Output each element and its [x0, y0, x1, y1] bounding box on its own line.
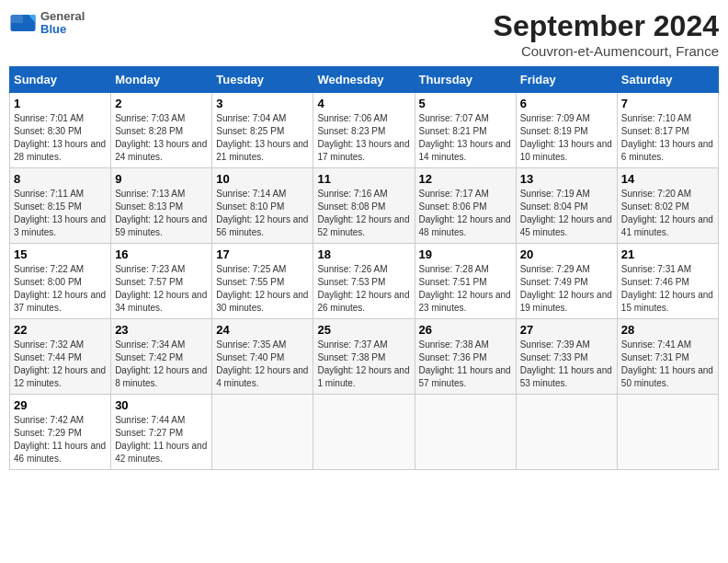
day-info: Sunrise: 7:07 AM Sunset: 8:21 PM Dayligh…: [419, 112, 512, 164]
calendar-day-cell: 9Sunrise: 7:13 AM Sunset: 8:13 PM Daylig…: [111, 168, 212, 244]
day-info: Sunrise: 7:34 AM Sunset: 7:42 PM Dayligh…: [115, 339, 208, 390]
day-info: Sunrise: 7:44 AM Sunset: 7:27 PM Dayligh…: [115, 414, 208, 465]
day-number: 4: [317, 97, 410, 110]
day-number: 3: [216, 97, 309, 110]
day-number: 22: [14, 323, 107, 337]
day-number: 18: [317, 247, 410, 261]
day-info: Sunrise: 7:39 AM Sunset: 7:33 PM Dayligh…: [520, 339, 613, 390]
day-number: 10: [216, 172, 309, 186]
calendar-day-cell: 26Sunrise: 7:38 AM Sunset: 7:36 PM Dayli…: [415, 319, 516, 395]
day-of-week-header: Wednesday: [313, 67, 415, 93]
day-number: 14: [621, 172, 714, 186]
calendar-week-row: 15Sunrise: 7:22 AM Sunset: 8:00 PM Dayli…: [10, 244, 719, 319]
day-number: 6: [520, 97, 613, 110]
calendar-day-cell: 30Sunrise: 7:44 AM Sunset: 7:27 PM Dayli…: [111, 395, 212, 470]
calendar-title: September 2024: [494, 9, 719, 43]
day-info: Sunrise: 7:29 AM Sunset: 7:49 PM Dayligh…: [520, 263, 613, 315]
day-info: Sunrise: 7:14 AM Sunset: 8:10 PM Dayligh…: [216, 188, 309, 239]
calendar-day-cell: 1Sunrise: 7:01 AM Sunset: 8:30 PM Daylig…: [10, 93, 111, 168]
day-info: Sunrise: 7:16 AM Sunset: 8:08 PM Dayligh…: [317, 188, 410, 239]
calendar-header-row: SundayMondayTuesdayWednesdayThursdayFrid…: [10, 67, 719, 93]
calendar-day-cell: 23Sunrise: 7:34 AM Sunset: 7:42 PM Dayli…: [111, 319, 212, 395]
day-number: 24: [216, 323, 309, 337]
day-number: 13: [520, 172, 613, 186]
day-info: Sunrise: 7:10 AM Sunset: 8:17 PM Dayligh…: [621, 112, 714, 164]
logo-text: General Blue: [40, 10, 85, 37]
day-info: Sunrise: 7:22 AM Sunset: 8:00 PM Dayligh…: [14, 263, 107, 315]
day-info: Sunrise: 7:41 AM Sunset: 7:31 PM Dayligh…: [621, 339, 714, 390]
calendar-day-cell: 2Sunrise: 7:03 AM Sunset: 8:28 PM Daylig…: [111, 93, 212, 168]
day-of-week-header: Sunday: [10, 67, 111, 93]
calendar-day-cell: 29Sunrise: 7:42 AM Sunset: 7:29 PM Dayli…: [10, 395, 111, 470]
day-of-week-header: Friday: [516, 67, 617, 93]
day-number: 16: [115, 247, 208, 261]
calendar-day-cell: [516, 395, 617, 470]
day-info: Sunrise: 7:26 AM Sunset: 7:53 PM Dayligh…: [317, 263, 410, 315]
day-info: Sunrise: 7:25 AM Sunset: 7:55 PM Dayligh…: [216, 263, 309, 315]
day-number: 19: [419, 247, 512, 261]
day-number: 1: [14, 97, 107, 110]
calendar-day-cell: [415, 395, 516, 470]
calendar-day-cell: 24Sunrise: 7:35 AM Sunset: 7:40 PM Dayli…: [212, 319, 313, 395]
day-number: 15: [14, 247, 107, 261]
day-number: 20: [520, 247, 613, 261]
day-info: Sunrise: 7:09 AM Sunset: 8:19 PM Dayligh…: [520, 112, 613, 164]
calendar-day-cell: 21Sunrise: 7:31 AM Sunset: 7:46 PM Dayli…: [617, 244, 718, 319]
calendar-week-row: 29Sunrise: 7:42 AM Sunset: 7:29 PM Dayli…: [10, 395, 719, 470]
day-number: 29: [14, 398, 107, 412]
calendar-day-cell: 10Sunrise: 7:14 AM Sunset: 8:10 PM Dayli…: [212, 168, 313, 244]
day-info: Sunrise: 7:38 AM Sunset: 7:36 PM Dayligh…: [419, 339, 512, 390]
calendar-day-cell: 5Sunrise: 7:07 AM Sunset: 8:21 PM Daylig…: [415, 93, 516, 168]
day-number: 9: [115, 172, 208, 186]
calendar-day-cell: 4Sunrise: 7:06 AM Sunset: 8:23 PM Daylig…: [313, 93, 415, 168]
day-number: 17: [216, 247, 309, 261]
calendar-subtitle: Couvron-et-Aumencourt, France: [494, 43, 719, 59]
day-info: Sunrise: 7:11 AM Sunset: 8:15 PM Dayligh…: [14, 188, 107, 239]
calendar-day-cell: 7Sunrise: 7:10 AM Sunset: 8:17 PM Daylig…: [617, 93, 718, 168]
calendar-day-cell: 20Sunrise: 7:29 AM Sunset: 7:49 PM Dayli…: [516, 244, 617, 319]
day-number: 25: [317, 323, 410, 337]
day-of-week-header: Saturday: [617, 67, 718, 93]
day-number: 8: [14, 172, 107, 186]
calendar-week-row: 22Sunrise: 7:32 AM Sunset: 7:44 PM Dayli…: [10, 319, 719, 395]
day-info: Sunrise: 7:01 AM Sunset: 8:30 PM Dayligh…: [14, 112, 107, 164]
calendar-day-cell: [617, 395, 718, 470]
day-number: 23: [115, 323, 208, 337]
day-info: Sunrise: 7:19 AM Sunset: 8:04 PM Dayligh…: [520, 188, 613, 239]
day-number: 12: [419, 172, 512, 186]
logo-icon: [9, 9, 37, 37]
day-info: Sunrise: 7:37 AM Sunset: 7:38 PM Dayligh…: [317, 339, 410, 390]
logo-general: General: [40, 10, 85, 23]
calendar-day-cell: 16Sunrise: 7:23 AM Sunset: 7:57 PM Dayli…: [111, 244, 212, 319]
calendar-day-cell: 14Sunrise: 7:20 AM Sunset: 8:02 PM Dayli…: [617, 168, 718, 244]
day-info: Sunrise: 7:28 AM Sunset: 7:51 PM Dayligh…: [419, 263, 512, 315]
calendar-day-cell: 3Sunrise: 7:04 AM Sunset: 8:25 PM Daylig…: [212, 93, 313, 168]
calendar-day-cell: 19Sunrise: 7:28 AM Sunset: 7:51 PM Dayli…: [415, 244, 516, 319]
calendar-day-cell: 22Sunrise: 7:32 AM Sunset: 7:44 PM Dayli…: [10, 319, 111, 395]
day-info: Sunrise: 7:03 AM Sunset: 8:28 PM Dayligh…: [115, 112, 208, 164]
logo: General Blue: [9, 9, 85, 37]
calendar-week-row: 8Sunrise: 7:11 AM Sunset: 8:15 PM Daylig…: [10, 168, 719, 244]
day-number: 27: [520, 323, 613, 337]
day-number: 5: [419, 97, 512, 110]
calendar-day-cell: 13Sunrise: 7:19 AM Sunset: 8:04 PM Dayli…: [516, 168, 617, 244]
title-block: September 2024 Couvron-et-Aumencourt, Fr…: [494, 9, 719, 59]
day-info: Sunrise: 7:17 AM Sunset: 8:06 PM Dayligh…: [419, 188, 512, 239]
day-of-week-header: Tuesday: [212, 67, 313, 93]
day-info: Sunrise: 7:20 AM Sunset: 8:02 PM Dayligh…: [621, 188, 714, 239]
day-info: Sunrise: 7:42 AM Sunset: 7:29 PM Dayligh…: [14, 414, 107, 465]
calendar-table: SundayMondayTuesdayWednesdayThursdayFrid…: [9, 66, 719, 470]
calendar-day-cell: 8Sunrise: 7:11 AM Sunset: 8:15 PM Daylig…: [10, 168, 111, 244]
day-number: 7: [621, 97, 714, 110]
calendar-day-cell: 27Sunrise: 7:39 AM Sunset: 7:33 PM Dayli…: [516, 319, 617, 395]
day-number: 28: [621, 323, 714, 337]
calendar-day-cell: [313, 395, 415, 470]
day-info: Sunrise: 7:23 AM Sunset: 7:57 PM Dayligh…: [115, 263, 208, 315]
day-info: Sunrise: 7:31 AM Sunset: 7:46 PM Dayligh…: [621, 263, 714, 315]
day-info: Sunrise: 7:06 AM Sunset: 8:23 PM Dayligh…: [317, 112, 410, 164]
calendar-day-cell: 28Sunrise: 7:41 AM Sunset: 7:31 PM Dayli…: [617, 319, 718, 395]
day-number: 26: [419, 323, 512, 337]
calendar-day-cell: 11Sunrise: 7:16 AM Sunset: 8:08 PM Dayli…: [313, 168, 415, 244]
day-info: Sunrise: 7:32 AM Sunset: 7:44 PM Dayligh…: [14, 339, 107, 390]
day-number: 30: [115, 398, 208, 412]
